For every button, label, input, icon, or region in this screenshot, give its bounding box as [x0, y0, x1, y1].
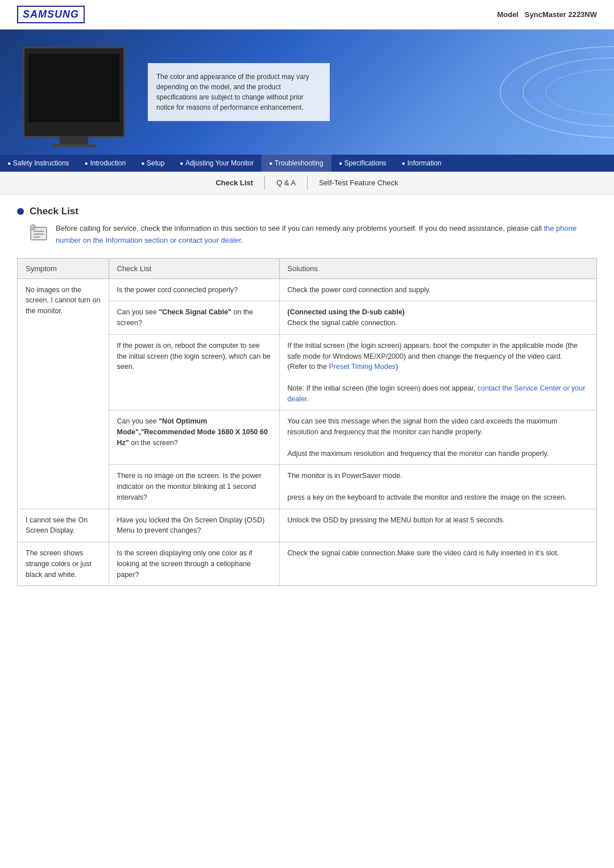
table-row: The screen shows strange colors or just …: [18, 542, 596, 586]
checklist-reboot: If the power is on, reboot the computer …: [109, 334, 279, 410]
section-header: Check List: [17, 206, 597, 217]
samsung-logo: SAMSUNG: [17, 6, 85, 23]
model-label: Model: [497, 10, 518, 19]
main-content: Check List ✓ Before calling for service,…: [0, 194, 614, 609]
hero-decoration: [443, 30, 614, 155]
service-center-link[interactable]: contact the Service Center or your deale…: [288, 384, 586, 403]
section-title-text: Check List: [30, 206, 78, 217]
hero-description: The color and appearance of the product …: [148, 63, 330, 121]
checklist-table-wrapper: Symptom Check List Solutions No images o…: [17, 258, 597, 587]
checklist-cellophane: Is the screen displaying only one color …: [109, 542, 279, 586]
subnav-checklist[interactable]: Check List: [204, 176, 265, 189]
monitor-image: [23, 47, 125, 138]
table-header-row: Symptom Check List Solutions: [18, 259, 596, 279]
col-header-solutions: Solutions: [279, 259, 596, 279]
symptom-strange-colors: The screen shows strange colors or just …: [18, 542, 109, 586]
solution-osd-lock: Unlock the OSD by pressing the MENU butt…: [279, 509, 596, 542]
subnav-selftest[interactable]: Self-Test Feature Check: [308, 176, 409, 189]
main-nav: Safety Instructions Introduction Setup A…: [0, 155, 614, 172]
checklist-intro: ✓ Before calling for service, check the …: [28, 223, 597, 247]
model-name: SyncMaster 2223NW: [525, 10, 597, 19]
checklist-osd-lock: Have you locked the On Screen Display (O…: [109, 509, 279, 542]
model-info: Model SyncMaster 2223NW: [497, 10, 597, 19]
checklist-table: Symptom Check List Solutions No images o…: [18, 259, 596, 586]
nav-safety[interactable]: Safety Instructions: [0, 155, 77, 172]
table-row: I cannot see the On Screen Display. Have…: [18, 509, 596, 542]
subnav-qa[interactable]: Q & A: [265, 176, 308, 189]
nav-specifications[interactable]: Specifications: [331, 155, 395, 172]
solution-cellophane: Check the signal cable connection.Make s…: [279, 542, 596, 586]
checklist-powersaver: There is no image on the screen. Is the …: [109, 465, 279, 509]
nav-information[interactable]: Information: [395, 155, 450, 172]
checklist-icon: ✓: [28, 223, 49, 243]
svg-point-1: [523, 58, 614, 126]
hero-description-text: The color and appearance of the product …: [156, 73, 309, 111]
page-header: SAMSUNG Model SyncMaster 2223NW: [0, 0, 614, 30]
preset-timing-link[interactable]: Preset Timing Modes: [329, 363, 395, 371]
checklist-not-optimum: Can you see "Not Optimum Mode","Recommen…: [109, 410, 279, 465]
hero-banner: The color and appearance of the product …: [0, 30, 614, 155]
solution-powersaver: The monitor is in PowerSaver mode. press…: [279, 465, 596, 509]
symptom-no-images: No images on the screen. I cannot turn o…: [18, 279, 109, 509]
monitor-screen: [28, 54, 119, 122]
svg-point-2: [546, 69, 614, 115]
svg-point-0: [500, 47, 614, 138]
symptom-osd: I cannot see the On Screen Display.: [18, 509, 109, 542]
checklist-signal-cable: Can you see "Check Signal Cable" on the …: [109, 301, 279, 335]
svg-text:✓: ✓: [32, 226, 35, 230]
solution-signal-cable: (Connected using the D-sub cable)Check t…: [279, 301, 596, 335]
solution-reboot: If the initial screen (the login screen)…: [279, 334, 596, 410]
section-dot-icon: [17, 208, 24, 215]
table-row: No images on the screen. I cannot turn o…: [18, 279, 596, 301]
nav-troubleshooting[interactable]: Troubleshooting: [262, 155, 331, 172]
col-header-checklist: Check List: [109, 259, 279, 279]
solution-not-optimum: You can see this message when the signal…: [279, 410, 596, 465]
nav-setup[interactable]: Setup: [134, 155, 172, 172]
checklist-power-cord: Is the power cord connected properly?: [109, 279, 279, 301]
nav-adjusting[interactable]: Adjusting Your Monitor: [172, 155, 262, 172]
nav-introduction[interactable]: Introduction: [77, 155, 134, 172]
intro-text: Before calling for service, check the in…: [56, 224, 544, 232]
solution-power-cord: Check the power cord connection and supp…: [279, 279, 596, 301]
col-header-symptom: Symptom: [18, 259, 109, 279]
sub-nav: Check List Q & A Self-Test Feature Check: [0, 172, 614, 194]
intro-paragraph: Before calling for service, check the in…: [56, 223, 597, 247]
